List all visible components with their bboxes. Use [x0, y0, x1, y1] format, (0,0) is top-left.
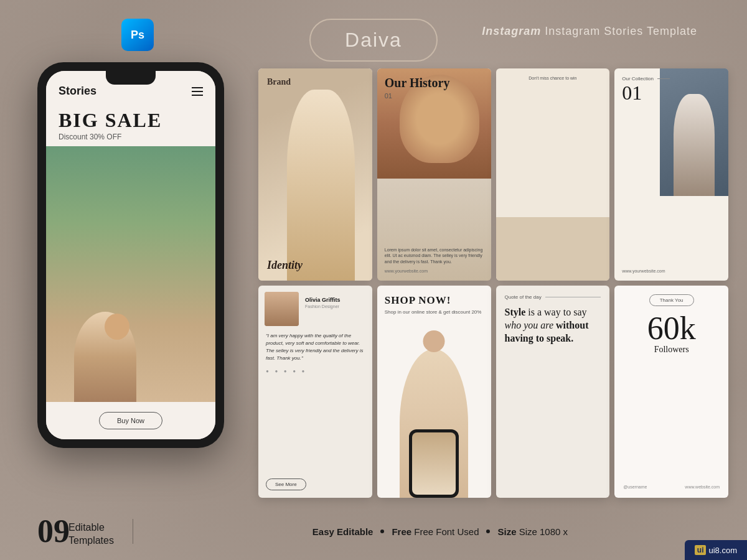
t4-overlay: Our Collection 01 www.yourwebsite.com	[614, 68, 728, 281]
phone-frame: Stories BIG SALE Discount 30% OFF Buy No…	[37, 62, 224, 448]
feature-size: Size Size 1080 x	[497, 526, 568, 537]
template-followers[interactable]: Thank You 60k Followers @username www.we…	[614, 286, 728, 498]
template-shop-now[interactable]: SHOP NOW! Shop in our online store & get…	[377, 286, 491, 498]
t1-overlay: Brand Identity	[258, 68, 372, 281]
phone-notch	[106, 71, 156, 85]
photoshop-icon: Ps	[121, 19, 154, 51]
t7-content: Quote of the day Style is a way to say w…	[496, 286, 610, 498]
watermark-domain: ui8.com	[708, 546, 737, 555]
watermark-ui-badge: ui	[695, 545, 707, 555]
t8-followers-num: 60k	[647, 312, 696, 345]
phone-image	[46, 146, 215, 402]
editable-label: Editable Templates	[68, 521, 114, 548]
hamburger-menu[interactable]	[192, 87, 203, 96]
bottom-bar: 09 Editable Templates Easy Editable Free…	[37, 515, 728, 548]
t5-dots: • • • • •	[266, 367, 365, 377]
divider-1	[133, 519, 133, 544]
t4-url: www.yourwebsite.com	[622, 269, 721, 273]
feature-free-font: Free Free Font Used	[392, 526, 479, 537]
t8-bottom: @username www.website.com	[623, 485, 720, 489]
t5-overlay: "I am very happy with the quality of the…	[258, 286, 372, 498]
templates-grid: Brand Identity Our History 01 Lorem ipsu…	[258, 68, 728, 498]
feature-easy-editable: Easy Editable	[312, 526, 374, 537]
buy-now-button[interactable]: Buy Now	[99, 412, 162, 429]
t5-quote: "I am very happy with the quality of the…	[266, 332, 365, 362]
t2-num: 01	[385, 92, 484, 100]
template-our-history[interactable]: Our History 01 Lorem ipsum dolor sit ame…	[377, 68, 491, 281]
t6-title: SHOP NOW!	[385, 294, 484, 307]
t2-overlay: Our History 01 Lorem ipsum dolor sit ame…	[377, 68, 491, 281]
t4-label: Our Collection	[622, 76, 721, 82]
template-testimonial[interactable]: Olivia Griffits Fashion Designer "I am v…	[258, 286, 372, 498]
t8-followers-label: Followers	[654, 345, 689, 355]
t6-sub: Shop in our online store & get discount …	[385, 309, 484, 315]
bottom-features: Easy Editable Free Free Font Used Size S…	[152, 526, 728, 537]
t1-brand-text: Brand	[267, 77, 364, 87]
phone-title: Stories	[59, 85, 96, 98]
t2-title: Our History	[385, 76, 484, 90]
t8-website: www.website.com	[685, 485, 720, 489]
t5-see-more-btn[interactable]: See More	[266, 478, 306, 490]
phone-mockup: Stories BIG SALE Discount 30% OFF Buy No…	[37, 62, 224, 448]
template-collection[interactable]: Our Collection 01 www.yourwebsite.com	[614, 68, 728, 281]
t2-body: Lorem ipsum dolor sit amet, consectetur …	[385, 247, 484, 265]
t8-thank-text: Thank You	[649, 294, 694, 306]
template-quote[interactable]: Quote of the day Style is a way to say w…	[496, 286, 610, 498]
phone-screen: Stories BIG SALE Discount 30% OFF Buy No…	[46, 71, 215, 439]
brand-name: Daiva	[309, 19, 438, 62]
big-sale-text: BIG SALE	[59, 110, 203, 130]
t1-identity-text: Identity	[267, 259, 364, 272]
t4-num: 01	[622, 82, 721, 105]
t3-small-text: Don't miss chance to win	[504, 76, 603, 80]
t6-overlay: SHOP NOW! Shop in our online store & get…	[377, 286, 491, 498]
t3-bg	[496, 217, 610, 281]
dot-separator-1	[380, 530, 384, 533]
t8-username: @username	[623, 485, 647, 489]
dot-separator-2	[486, 530, 490, 533]
watermark: ui ui8.com	[685, 540, 747, 560]
t8-content: Thank You 60k Followers @username www.we…	[614, 286, 728, 498]
t2-url: www.yourwebsite.com	[385, 269, 484, 273]
discount-text: Discount 30% OFF	[59, 133, 203, 141]
t7-label: Quote of the day	[505, 294, 542, 300]
editable-count: 09	[37, 515, 70, 548]
phone-sale: BIG SALE Discount 30% OFF	[46, 104, 215, 146]
t7-quote: Style is a way to say who you are withou…	[505, 306, 601, 345]
header-subtitle: Instagram Instagram Stories Template	[482, 25, 697, 38]
template-giveaway[interactable]: Don't miss chance to win Give away! Ente…	[496, 68, 610, 281]
template-brand-identity[interactable]: Brand Identity	[258, 68, 372, 281]
header: Ps Daiva Instagram Instagram Stories Tem…	[0, 19, 747, 62]
